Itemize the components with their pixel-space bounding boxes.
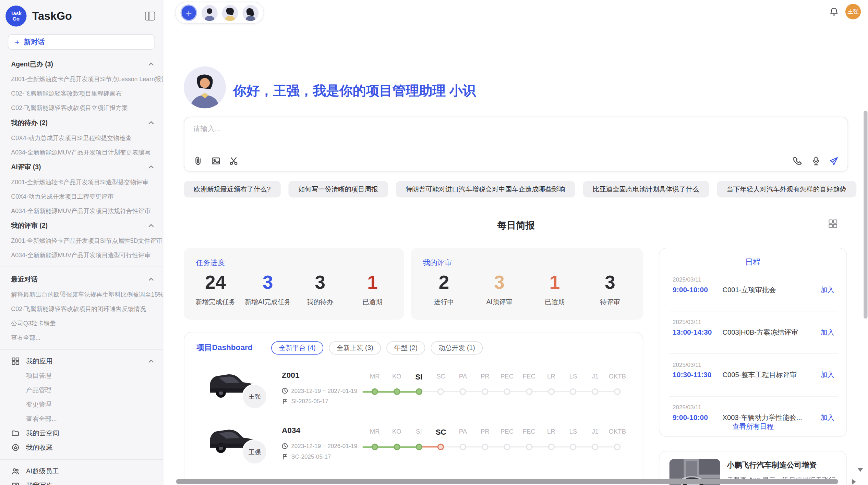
attachment-icon[interactable] <box>193 156 203 166</box>
scroll-right-arrow[interactable] <box>852 479 856 485</box>
milestone-dot[interactable] <box>548 444 554 450</box>
collapse-sidebar-icon[interactable] <box>145 12 155 21</box>
layout-grid-icon[interactable] <box>828 219 837 228</box>
conversation-item[interactable]: A034-全新新能源MUV产品开发项目计划变更表编写 <box>0 145 163 159</box>
chevron-up-icon[interactable] <box>148 224 154 227</box>
suggestion-chip[interactable]: 如何写一份清晰的项目周报 <box>288 181 388 197</box>
conversation-item[interactable]: Z001-全新燃油轻卡产品开发项目SI节点属性5D文件评审 <box>0 233 163 248</box>
milestone-dot[interactable] <box>526 444 532 450</box>
milestone-dot[interactable] <box>482 444 488 450</box>
section-agent-done[interactable]: Agent已办 (3) <box>0 57 163 72</box>
project-row[interactable]: 王强 A034 2023-12-19 ~ 2026-01-19 SC-2025-… <box>184 418 643 473</box>
project-row[interactable]: 王强 Z001 2023-12-19 ~ 2027-01-19 SI-2025-… <box>184 363 643 418</box>
milestone-dot[interactable] <box>592 444 599 450</box>
milestone-dot[interactable] <box>415 388 422 395</box>
tab-new-body[interactable]: 全新上装 (3) <box>329 341 381 355</box>
sidebar-item-product-mgmt[interactable]: 产品管理 <box>0 383 163 397</box>
suggestion-chip[interactable]: 特朗普可能对进口汽车增税会对中国车企造成哪些影响 <box>396 181 575 197</box>
scissors-icon[interactable] <box>229 156 239 166</box>
milestone-dot[interactable] <box>371 388 378 395</box>
new-chat-button[interactable]: + 新对话 <box>8 34 155 50</box>
tab-new-platform[interactable]: 全新平台 (4) <box>272 341 324 355</box>
sidebar-item-help-write[interactable]: 帮我写作 <box>0 478 163 485</box>
join-link[interactable]: 加入 <box>820 285 834 295</box>
view-all-conversations[interactable]: 查看全部... <box>0 330 163 345</box>
view-all-apps[interactable]: 查看全部... <box>0 411 163 426</box>
microphone-icon[interactable] <box>811 156 821 166</box>
suggestion-chip[interactable]: 当下年轻人对汽车外观有怎样的喜好趋势 <box>717 181 856 197</box>
add-agent-button[interactable]: ＋ <box>180 4 197 21</box>
image-icon[interactable] <box>211 156 221 166</box>
chevron-up-icon[interactable] <box>148 165 154 169</box>
phone-call-icon[interactable] <box>793 156 803 166</box>
conversation-item[interactable]: C02-飞腾新能源轻客改款项目立项汇报方案 <box>0 101 163 115</box>
milestone-dot[interactable] <box>570 444 576 450</box>
milestone-dot[interactable] <box>394 444 400 450</box>
card-title: 我的评审 <box>423 258 452 268</box>
milestone-dot[interactable] <box>460 444 466 450</box>
horizontal-scrollbar-thumb[interactable] <box>176 479 838 484</box>
conversation-item[interactable]: Z001-全新燃油轻卡产品开发项目SI造型提交物评审 <box>0 175 163 189</box>
conversation-item[interactable]: C0X4-动力总成开发项目SI里程碑提交物检查 <box>0 130 163 145</box>
send-icon[interactable] <box>829 156 839 166</box>
milestone-dot[interactable] <box>394 388 400 395</box>
milestone-dot[interactable] <box>504 388 510 395</box>
sidebar-item-cloud-space[interactable]: 我的云空间 <box>0 426 163 440</box>
section-my-review[interactable]: 我的评审 (2) <box>0 218 163 233</box>
section-recent-chats[interactable]: 最近对话 <box>0 272 163 287</box>
conversation-item[interactable]: 解释最新出台的欧盟报废车法规再生塑料比例被调至15%... <box>0 287 163 301</box>
milestone-label: FEC <box>518 373 540 379</box>
conversation-item[interactable]: 公司Q3轻卡销量 <box>0 316 163 330</box>
sidebar-item-favorites[interactable]: 我的收藏 <box>0 440 163 455</box>
chevron-up-icon[interactable] <box>148 360 154 363</box>
tab-year-model[interactable]: 年型 (2) <box>386 341 425 355</box>
chevron-up-icon[interactable] <box>148 121 154 125</box>
milestone-dot[interactable] <box>437 388 444 395</box>
join-link[interactable]: 加入 <box>820 413 834 422</box>
scroll-down-arrow[interactable] <box>857 468 863 472</box>
conversation-item[interactable]: C02-飞腾新能源轻客改款项目的闭环通告反馈情况 <box>0 301 163 316</box>
chevron-up-icon[interactable] <box>148 62 154 66</box>
join-link[interactable]: 加入 <box>820 328 834 337</box>
notification-bell-icon[interactable] <box>829 7 839 16</box>
clock-icon <box>282 443 288 449</box>
milestone-dot[interactable] <box>437 444 444 450</box>
user-avatar[interactable]: 王强 <box>845 4 861 19</box>
sidebar-item-change-mgmt[interactable]: 变更管理 <box>0 397 163 411</box>
join-link[interactable]: 加入 <box>820 371 834 380</box>
conversation-item[interactable]: C0X4-动力总成开发项目工程变更评审 <box>0 189 163 203</box>
stat: 2 进行中 <box>416 271 471 307</box>
agent-avatar[interactable] <box>202 5 218 21</box>
conversation-item[interactable]: A034-全新新能源MUV产品开发项目造型可行性评审 <box>0 248 163 262</box>
milestone-dot[interactable] <box>460 388 466 395</box>
chat-input[interactable] <box>193 124 835 153</box>
milestone-dot[interactable] <box>504 444 510 450</box>
ai-staff-label: AI超级员工 <box>26 467 154 476</box>
milestone-dot[interactable] <box>592 388 599 395</box>
tab-powertrain[interactable]: 动总开发 (1) <box>431 341 483 355</box>
milestone-dot[interactable] <box>614 444 620 450</box>
suggestion-chip[interactable]: 欧洲新规最近颁布了什么? <box>184 181 280 197</box>
section-ai-review[interactable]: AI评审 (3) <box>0 159 163 175</box>
sidebar-item-project-mgmt[interactable]: 项目管理 <box>0 369 163 383</box>
milestone-dot[interactable] <box>371 444 378 450</box>
suggestion-chip[interactable]: 比亚迪全固态电池计划具体说了什么 <box>583 181 709 197</box>
conversation-item[interactable]: Z001-全新燃油皮卡产品开发项目SI节点Lesson Learn报告 <box>0 72 163 86</box>
chevron-up-icon[interactable] <box>148 278 154 281</box>
conversation-item[interactable]: C02-飞腾新能源轻客改款项目里程碑画布 <box>0 86 163 101</box>
milestone-dot[interactable] <box>526 388 532 395</box>
milestone-dot[interactable] <box>482 388 488 395</box>
vertical-scrollbar-thumb[interactable] <box>864 111 867 319</box>
conversation-item[interactable]: A034-全新新能源MUV产品开发项目法规符合性评审 <box>0 203 163 218</box>
sidebar-item-my-apps[interactable]: 我的应用 <box>0 354 163 369</box>
agent-avatar[interactable] <box>222 5 238 21</box>
stat: 1 已逾期 <box>346 271 399 307</box>
milestone-dot[interactable] <box>570 388 576 395</box>
milestone-dot[interactable] <box>415 444 422 450</box>
agent-avatar[interactable] <box>242 5 258 21</box>
sidebar-item-ai-staff[interactable]: AI超级员工 <box>0 464 163 478</box>
milestone-dot[interactable] <box>548 388 554 395</box>
view-all-schedule-link[interactable]: 查看所有日程 <box>659 422 846 431</box>
section-my-todo[interactable]: 我的待办 (2) <box>0 115 163 130</box>
milestone-dot[interactable] <box>614 388 620 395</box>
